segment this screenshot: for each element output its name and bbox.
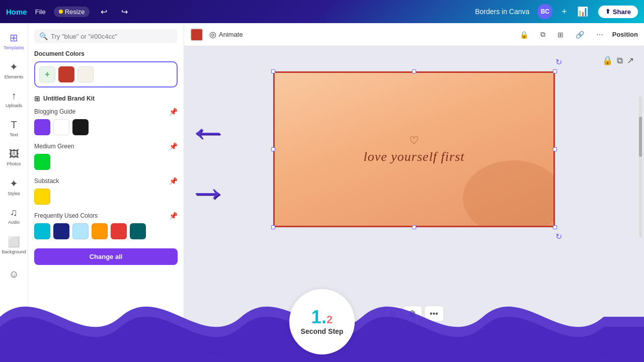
canvas-copy-button[interactable]: ⧉: [384, 306, 401, 322]
frequent-colors: [34, 223, 178, 239]
redo-button[interactable]: ↪: [118, 5, 131, 19]
sidebar-item-elements[interactable]: ✦ Elements: [2, 56, 26, 83]
canvas-area[interactable]: 🔒 ⧉ ↗ ← → ↻ ♡ love yourself first: [184, 46, 644, 362]
apps-icon: ☺: [9, 268, 19, 280]
green-pin[interactable]: 📌: [169, 142, 178, 150]
sidebar-item-background[interactable]: ⬜ Background: [2, 231, 26, 258]
freq-light-blue[interactable]: [72, 223, 89, 239]
freq-crimson[interactable]: [111, 223, 127, 239]
audio-label: Audio: [8, 220, 20, 225]
user-avatar[interactable]: BC: [537, 4, 552, 19]
canvas-frame[interactable]: ♡ love yourself first: [273, 71, 555, 227]
blogging-pin[interactable]: 📌: [169, 108, 178, 116]
lock-button[interactable]: 🔒: [517, 29, 531, 41]
sidebar-item-uploads[interactable]: ↑ Uploads: [2, 85, 26, 113]
text-label: Text: [10, 132, 18, 137]
brand-kit-icon: ⊞: [34, 95, 40, 103]
green-color[interactable]: [34, 154, 50, 170]
search-input[interactable]: [51, 33, 173, 40]
sidebar-item-audio[interactable]: ♫ Audio: [2, 202, 26, 229]
substack-pin[interactable]: 📌: [169, 177, 178, 185]
color-search-box[interactable]: 🔍: [34, 29, 178, 43]
blogging-color-white[interactable]: [53, 119, 69, 135]
handle-top-right[interactable]: [553, 69, 557, 73]
canvas-more-button[interactable]: •••: [424, 306, 444, 322]
animate-label: Animate: [219, 31, 243, 38]
freq-cyan[interactable]: [34, 223, 50, 239]
add-team-button[interactable]: +: [561, 7, 567, 17]
handle-top-center[interactable]: [412, 69, 416, 73]
frequent-pin[interactable]: 📌: [169, 212, 178, 220]
scrollbar-thumb[interactable]: [639, 117, 642, 157]
sidebar-item-styles[interactable]: ✦ Styles: [2, 173, 26, 200]
sidebar-item-templates[interactable]: ⊞ Templates: [2, 27, 26, 54]
canvas-wrapper: ← → ↻ ♡ love yourself first ↻: [273, 71, 555, 227]
fullscreen-button[interactable]: ⛶: [614, 347, 625, 360]
notes-label[interactable]: Notes: [205, 349, 222, 357]
home-link[interactable]: Home: [6, 8, 27, 16]
vertical-scrollbar[interactable]: [639, 97, 642, 237]
handle-bottom-left[interactable]: [271, 225, 275, 229]
canvas-copy-icon[interactable]: ⧉: [617, 56, 623, 66]
share-button[interactable]: ⬆ Share: [598, 6, 638, 18]
duplicate-button[interactable]: ⧉: [537, 28, 548, 41]
file-menu[interactable]: File: [35, 8, 46, 16]
handle-middle-right[interactable]: [553, 147, 557, 151]
add-color-swatch[interactable]: +: [39, 66, 55, 82]
handle-middle-left[interactable]: [271, 147, 275, 151]
freq-dark-teal[interactable]: [130, 223, 146, 239]
undo-button[interactable]: ↩: [98, 5, 110, 19]
step-number-main: 1.: [311, 308, 327, 326]
rotate-top-icon[interactable]: ↻: [555, 57, 562, 67]
document-title[interactable]: Borders in Canva: [475, 8, 529, 16]
blogging-colors: [34, 119, 178, 135]
rotate-bottom-icon[interactable]: ↻: [555, 232, 562, 241]
doc-color-red[interactable]: [58, 66, 74, 82]
substack-color-yellow[interactable]: [34, 189, 50, 205]
frequent-header: Frequently Used Colors 📌: [34, 212, 178, 220]
handle-top-left[interactable]: [271, 69, 275, 73]
blogging-color-black[interactable]: [72, 119, 89, 135]
substack-colors: [34, 189, 178, 205]
document-colors-title: Document Colors: [34, 50, 178, 57]
background-label: Background: [2, 249, 26, 254]
resize-button[interactable]: Resize: [54, 7, 90, 17]
green-name: Medium Green: [34, 143, 74, 150]
sidebar-item-photos[interactable]: 🖼 Photos: [2, 144, 26, 171]
green-header: Medium Green 📌: [34, 142, 178, 150]
styles-label: Styles: [8, 191, 20, 196]
position-button[interactable]: Position: [612, 31, 638, 38]
canvas-delete-button[interactable]: 🗑: [403, 306, 422, 322]
doc-color-cream[interactable]: [77, 66, 94, 82]
handle-bottom-center[interactable]: [412, 225, 416, 229]
canvas-content: ♡ love yourself first: [364, 134, 465, 164]
sidebar-item-text[interactable]: T Text: [2, 115, 26, 142]
resize-label: Resize: [65, 8, 85, 16]
canvas-export-icon[interactable]: ↗: [627, 55, 634, 66]
link-button[interactable]: 🔗: [573, 29, 587, 41]
photos-icon: 🖼: [9, 148, 19, 160]
audio-icon: ♫: [10, 207, 18, 218]
brand-kit-title: Untitled Brand Kit: [43, 95, 95, 102]
document-colors-box: +: [34, 61, 178, 87]
toolbar-color-swatch[interactable]: [190, 28, 203, 41]
blogging-color-purple[interactable]: [34, 119, 50, 135]
resize-dot: [59, 10, 63, 14]
analytics-icon[interactable]: 📊: [575, 4, 590, 19]
share-label: Share: [613, 8, 631, 16]
grid-button[interactable]: ⊞: [554, 29, 567, 41]
more-options-button[interactable]: ⋯: [593, 29, 606, 41]
animate-button[interactable]: ◎ Animate: [209, 30, 243, 39]
canvas-lock-icon[interactable]: 🔒: [602, 55, 613, 66]
left-arrow: ←: [188, 112, 228, 152]
step-number-sub: 2: [327, 314, 333, 325]
help-button[interactable]: ?: [629, 347, 637, 360]
grid-view-button[interactable]: ⊞: [600, 346, 610, 360]
handle-bottom-right[interactable]: [553, 225, 557, 229]
background-icon: ⬜: [8, 236, 20, 248]
freq-navy[interactable]: [53, 223, 69, 239]
change-all-button[interactable]: Change all: [34, 248, 178, 265]
freq-orange[interactable]: [92, 223, 108, 239]
sidebar-item-apps[interactable]: ☺: [2, 260, 26, 288]
uploads-label: Uploads: [6, 103, 22, 108]
